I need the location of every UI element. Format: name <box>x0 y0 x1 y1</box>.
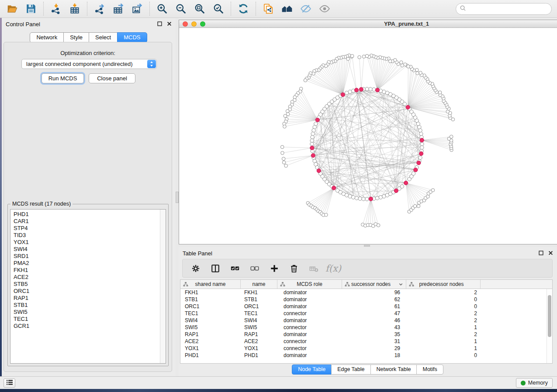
dominator-node[interactable] <box>315 118 319 122</box>
close-panel-button[interactable]: Close panel <box>89 73 135 83</box>
network-node[interactable] <box>352 196 355 199</box>
cell-name[interactable]: TEC1 <box>241 310 277 317</box>
cell-shared-name[interactable]: PHD1 <box>180 352 241 359</box>
cell-name[interactable]: PHD1 <box>241 352 277 359</box>
delete-row-icon[interactable] <box>289 263 299 274</box>
dominator-node[interactable] <box>332 186 336 190</box>
close-panel-icon[interactable] <box>167 21 172 26</box>
list-item[interactable]: ACE2 <box>14 274 166 281</box>
network-node[interactable] <box>345 91 348 95</box>
network-canvas[interactable] <box>179 28 557 244</box>
network-node[interactable] <box>365 87 369 91</box>
network-node[interactable] <box>400 185 404 188</box>
network-node[interactable] <box>420 142 424 146</box>
cell-shared-name[interactable]: SWI4 <box>180 317 241 324</box>
network-node[interactable] <box>438 91 442 94</box>
network-node[interactable] <box>407 65 410 69</box>
splitter-grip[interactable] <box>176 192 179 203</box>
cell-name[interactable]: RAP1 <box>241 331 277 338</box>
network-node[interactable] <box>419 132 423 135</box>
cell-name[interactable]: STB1 <box>241 296 277 303</box>
zoom-fit-icon[interactable] <box>194 3 206 15</box>
select-all-icon[interactable] <box>230 263 240 274</box>
network-node[interactable] <box>450 135 453 138</box>
list-item[interactable]: ORC1 <box>14 288 166 295</box>
cell-mcds-role[interactable]: dominator <box>277 331 342 338</box>
cell-shared-name[interactable]: RAP1 <box>180 331 241 338</box>
list-item[interactable]: SRD1 <box>14 253 166 260</box>
cell-successor-nodes[interactable]: 62 <box>342 296 406 303</box>
show-hidden-icon[interactable] <box>318 3 331 15</box>
tab-style[interactable]: Style <box>63 32 89 43</box>
list-item[interactable]: TEC1 <box>14 316 166 323</box>
table-row[interactable]: SWI5SWI5connector431 <box>180 324 552 331</box>
search-input[interactable] <box>466 6 551 12</box>
table-row[interactable]: ORC1ORC1dominator610 <box>180 303 552 310</box>
network-node[interactable] <box>419 156 422 159</box>
network-node[interactable] <box>311 135 314 139</box>
network-node[interactable] <box>382 90 386 93</box>
network-node[interactable] <box>346 57 350 61</box>
network-node[interactable] <box>419 129 422 132</box>
tab-mcds[interactable]: MCDS <box>117 32 147 43</box>
cell-successor-nodes[interactable]: 31 <box>342 338 406 345</box>
network-node[interactable] <box>312 129 315 132</box>
network-node[interactable] <box>365 54 369 58</box>
cell-predecessor-nodes[interactable]: 0 <box>406 352 481 359</box>
dominator-node[interactable] <box>341 93 345 96</box>
network-node[interactable] <box>358 197 362 200</box>
cell-mcds-role[interactable]: connector <box>277 324 342 331</box>
dominator-node[interactable] <box>419 151 423 155</box>
network-node[interactable] <box>417 204 420 208</box>
tab-select[interactable]: Select <box>89 32 118 43</box>
cell-mcds-role[interactable]: dominator <box>277 296 342 303</box>
close-window-button[interactable] <box>183 21 188 27</box>
network-node[interactable] <box>281 151 284 155</box>
table-row[interactable]: FKH1FKH1dominator962 <box>180 289 552 296</box>
cell-predecessor-nodes[interactable]: 0 <box>406 296 481 303</box>
cell-name[interactable]: SWI4 <box>241 317 277 324</box>
cell-predecessor-nodes[interactable]: 2 <box>406 310 481 317</box>
cell-mcds-role[interactable]: connector <box>277 310 342 317</box>
cell-shared-name[interactable]: YOX1 <box>180 345 241 352</box>
float-panel-icon[interactable] <box>157 21 162 26</box>
open-folder-icon[interactable] <box>6 3 18 15</box>
dominator-node[interactable] <box>310 146 314 150</box>
cell-name[interactable]: ACE2 <box>241 338 277 345</box>
network-node[interactable] <box>369 87 372 91</box>
network-node[interactable] <box>416 72 419 75</box>
close-panel-icon[interactable] <box>548 251 553 255</box>
splitter-grip[interactable] <box>364 245 370 247</box>
tab-edge-table[interactable]: Edge Table <box>331 364 370 375</box>
network-node[interactable] <box>283 125 287 128</box>
show-columns-icon[interactable] <box>210 263 221 274</box>
deselect-all-icon[interactable] <box>249 263 260 274</box>
table-row[interactable]: PHD1PHD1dominator180 <box>180 352 552 359</box>
run-mcds-button[interactable]: Run MCDS <box>42 73 84 83</box>
cell-predecessor-nodes[interactable]: 2 <box>406 289 481 296</box>
export-network-icon[interactable] <box>93 3 106 15</box>
cell-mcds-role[interactable]: dominator <box>277 303 342 310</box>
cell-shared-name[interactable]: STB1 <box>180 296 241 303</box>
refresh-icon[interactable] <box>237 3 249 15</box>
cell-mcds-role[interactable]: dominator <box>277 289 342 296</box>
cell-name[interactable]: ORC1 <box>241 303 277 310</box>
table-row[interactable]: YOX1YOX1connector291 <box>180 345 552 352</box>
cell-predecessor-nodes[interactable]: 2 <box>406 331 481 338</box>
network-node[interactable] <box>304 79 307 82</box>
list-item[interactable]: RAP1 <box>14 295 166 302</box>
float-panel-icon[interactable] <box>539 251 543 255</box>
list-item[interactable]: STP4 <box>14 225 166 232</box>
import-table-icon[interactable] <box>69 3 81 15</box>
network-node[interactable] <box>365 197 369 201</box>
column-header-name[interactable]: name <box>241 280 277 289</box>
list-item[interactable]: FKH1 <box>14 267 166 274</box>
tab-node-table[interactable]: Node Table <box>292 364 332 375</box>
network-node[interactable] <box>412 172 415 175</box>
mcds-list-scrollbar[interactable] <box>160 210 166 363</box>
network-node[interactable] <box>358 55 361 59</box>
network-node[interactable] <box>311 132 315 135</box>
table-row[interactable]: SWI4SWI4dominator462 <box>180 317 552 324</box>
tab-motifs[interactable]: Motifs <box>416 364 443 375</box>
cell-predecessor-nodes[interactable]: 1 <box>406 338 481 345</box>
